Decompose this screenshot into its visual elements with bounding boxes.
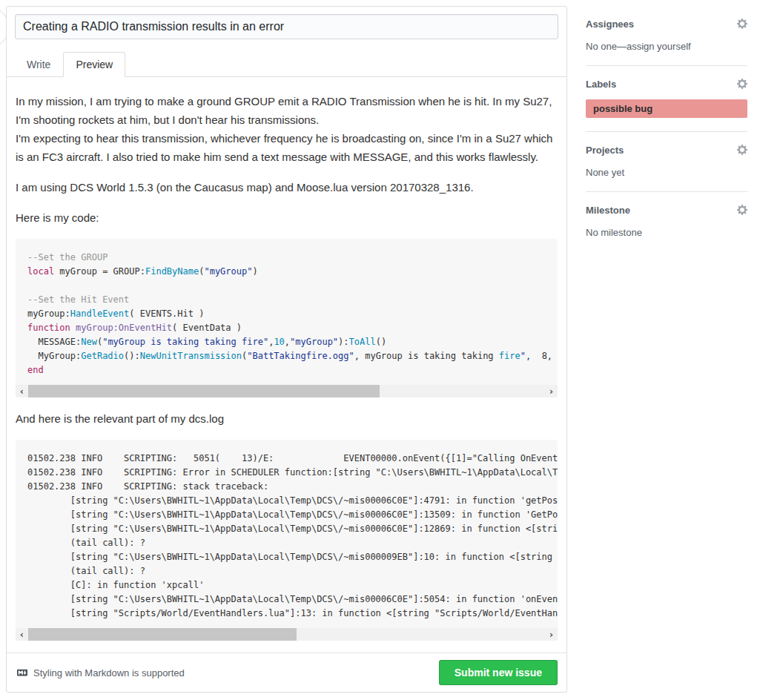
assign-yourself-link[interactable]: assign yourself (627, 41, 691, 52)
sidebar-section-projects: Projects None yet (586, 132, 747, 192)
body-paragraph-3: Here is my code: (16, 208, 558, 227)
body-paragraph-2: I am using DCS World 1.5.3 (on the Cauca… (16, 178, 558, 197)
assignees-heading: Assignees (586, 19, 634, 30)
lua-code-lines: --Set the GROUPlocal myGroup = GROUP:Fin… (27, 251, 546, 377)
dcs-log-lines: 01502.238 INFO SCRIPTING: 5051( 13)/E: E… (27, 452, 546, 621)
code-scrollbar-thumb[interactable] (28, 385, 380, 397)
form-footer: Styling with Markdown is supported Submi… (7, 653, 566, 692)
projects-heading: Projects (586, 145, 624, 156)
milestone-empty-state: No milestone (586, 227, 747, 238)
log-horizontal-scrollbar[interactable]: ‹› (16, 628, 558, 641)
label-possible-bug[interactable]: possible bug (586, 99, 747, 118)
preview-content: In my mission, I am trying to make a gro… (7, 77, 566, 641)
code-horizontal-scrollbar[interactable]: ‹› (16, 385, 558, 397)
body-paragraph-1-line1: In my mission, I am trying to make a gro… (16, 95, 552, 126)
body-paragraph-1-line2: I'm expecting to hear this transmission,… (16, 132, 552, 163)
sidebar-section-assignees: Assignees No one—assign yourself (586, 6, 747, 66)
write-preview-tabnav: Write Preview (7, 52, 566, 77)
milestone-heading: Milestone (586, 205, 630, 216)
projects-empty-state: None yet (586, 167, 747, 178)
tab-preview[interactable]: Preview (63, 52, 125, 77)
markdown-note-text: Styling with Markdown is supported (33, 667, 185, 678)
markdown-icon (16, 667, 29, 678)
scroll-right-icon[interactable]: › (545, 385, 558, 397)
sidebar-section-labels: Labels possible bug (586, 66, 747, 132)
log-scrollbar-track[interactable] (28, 628, 545, 641)
gear-icon[interactable] (737, 78, 747, 90)
scroll-left-icon[interactable]: ‹ (16, 628, 28, 641)
issue-title-input[interactable] (15, 14, 558, 39)
gear-icon[interactable] (737, 204, 747, 216)
body-paragraph-4: And here is the relevant part of my dcs.… (16, 409, 558, 428)
code-scrollbar-track[interactable] (28, 385, 545, 397)
log-scrollbar-thumb[interactable] (28, 628, 297, 641)
gear-icon[interactable] (737, 144, 747, 156)
sidebar-section-milestone: Milestone No milestone (586, 192, 747, 251)
body-paragraph-1: In my mission, I am trying to make a gro… (16, 92, 558, 166)
tab-write[interactable]: Write (14, 52, 63, 77)
markdown-note[interactable]: Styling with Markdown is supported (16, 667, 185, 678)
scroll-left-icon[interactable]: ‹ (16, 385, 28, 397)
lua-code-block: --Set the GROUPlocal myGroup = GROUP:Fin… (16, 239, 558, 397)
submit-new-issue-button[interactable]: Submit new issue (439, 660, 558, 685)
dcs-log-block: 01502.238 INFO SCRIPTING: 5051( 13)/E: E… (16, 440, 558, 641)
new-issue-form: Write Preview In my mission, I am trying… (6, 6, 567, 693)
issue-sidebar: Assignees No one—assign yourself Labels … (586, 6, 747, 251)
labels-heading: Labels (586, 79, 616, 90)
gear-icon[interactable] (737, 18, 747, 30)
assignees-empty-state: No one—assign yourself (586, 41, 747, 52)
assignees-no-one: No one— (586, 41, 627, 52)
scroll-right-icon[interactable]: › (545, 628, 558, 641)
